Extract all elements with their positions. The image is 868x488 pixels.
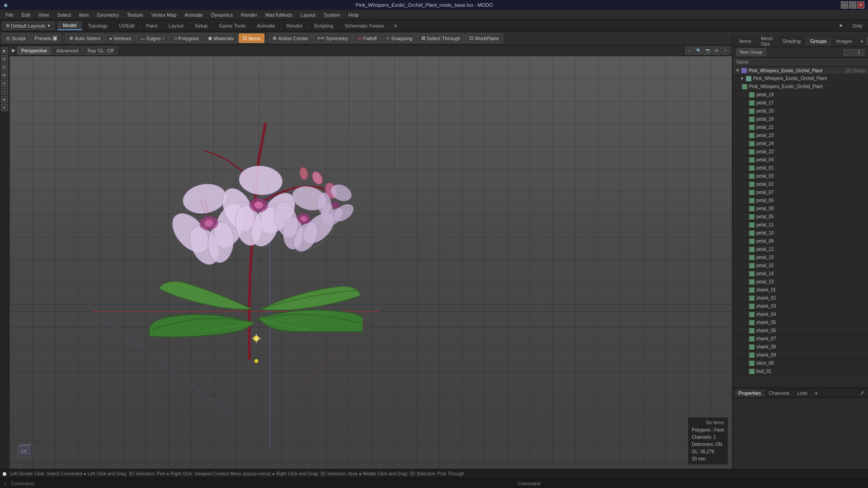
menu-vertexmap[interactable]: Vertex Map: [148, 11, 180, 19]
tree-item-petal_11[interactable]: petal_11: [733, 221, 868, 229]
layout-selector[interactable]: ⊞ Default Layouts ▼: [2, 22, 55, 30]
items-button[interactable]: ⊡ Items: [239, 33, 264, 43]
tree-item-petal_08[interactable]: petal_08: [733, 205, 868, 213]
tab-images[interactable]: Images: [831, 37, 857, 46]
tree-item-petal_21[interactable]: petal_21: [733, 123, 868, 131]
tab-schematic[interactable]: Schematic Fusion: [339, 22, 390, 30]
sidebar-tool-1[interactable]: ▶: [1, 47, 8, 54]
tree-item-petal_24[interactable]: petal_24: [733, 140, 868, 148]
falloff-button[interactable]: ◎ Falloff: [354, 33, 381, 43]
tree-item-petal_12[interactable]: petal_12: [733, 245, 868, 253]
tree-item-petal_01[interactable]: petal_01: [733, 164, 868, 172]
sculpt-button[interactable]: ◎ Sculpt: [2, 33, 30, 43]
tree-item-petal_03[interactable]: petal_03: [733, 172, 868, 180]
props-expand-icon[interactable]: ⤢: [859, 389, 866, 397]
tree-item-petal_02[interactable]: petal_02: [733, 180, 868, 188]
menu-edit[interactable]: Edit: [18, 11, 34, 19]
vp-cam-button[interactable]: 📷: [703, 47, 712, 55]
command-input[interactable]: [9, 480, 864, 487]
sidebar-tool-6[interactable]: ↕: [1, 88, 8, 95]
perspective-button[interactable]: Perspective: [17, 47, 51, 55]
tree-item-petal_18[interactable]: petal_18: [733, 115, 868, 123]
tab-shading[interactable]: Shading: [778, 37, 806, 46]
props-tab-channels[interactable]: Channels: [765, 389, 793, 397]
maximize-button[interactable]: □: [849, 1, 856, 9]
tree-item-stem_08[interactable]: stem_08: [733, 359, 868, 367]
tab-topology[interactable]: Topology: [82, 22, 113, 30]
tree-item-petal_15[interactable]: petal_15: [733, 262, 868, 270]
menu-geometry[interactable]: Geometry: [93, 11, 122, 19]
tab-paint[interactable]: Paint: [141, 22, 163, 30]
sidebar-tool-2[interactable]: ⊞: [1, 55, 8, 62]
tree-item-shank_05[interactable]: shank_05: [733, 319, 868, 327]
action-center-button[interactable]: ⊕ Action Center: [269, 33, 312, 43]
scene-info-toggle[interactable]: i: [858, 49, 864, 56]
tab-gametools[interactable]: Game Tools: [213, 22, 251, 30]
tree-item-shank_01[interactable]: shank_01: [733, 286, 868, 294]
raygl-button[interactable]: Ray GL: Off: [83, 47, 118, 55]
panel-expand-button[interactable]: ⤢: [867, 37, 868, 45]
tab-meshops[interactable]: Mesh Ops: [756, 34, 778, 48]
tree-item-shank_04[interactable]: shank_04: [733, 310, 868, 319]
tab-items[interactable]: Items: [735, 37, 756, 46]
cube-gizmo[interactable]: top: [16, 444, 34, 462]
menu-dynamics[interactable]: Dynamics: [208, 11, 236, 19]
props-tab-lists[interactable]: Lists: [794, 389, 812, 397]
tab-scripting[interactable]: Scripting: [308, 22, 339, 30]
sidebar-tool-5[interactable]: ◎: [1, 80, 8, 87]
sidebar-tool-8[interactable]: ✦: [1, 104, 8, 111]
vertices-button[interactable]: ● Vertices: [105, 34, 136, 43]
menu-select[interactable]: Select: [53, 11, 75, 19]
tree-item-petal_05[interactable]: petal_05: [733, 213, 868, 221]
menu-maxtomodo[interactable]: MaxToModo: [262, 11, 296, 19]
add-panel-tab-button[interactable]: +: [857, 36, 866, 47]
menu-help[interactable]: Help: [345, 11, 363, 19]
tree-item-shank_09[interactable]: shank_09: [733, 351, 868, 359]
tree-item-shank_06[interactable]: shank_06: [733, 327, 868, 335]
scene-view-toggle[interactable]: [844, 49, 850, 56]
only-label[interactable]: Only: [849, 22, 866, 30]
tree-item-petal_19[interactable]: petal_19: [733, 91, 868, 99]
menu-animate[interactable]: Animate: [181, 11, 206, 19]
snapping-button[interactable]: ⊹ Snapping: [382, 33, 416, 43]
tab-groups[interactable]: Groups: [806, 37, 831, 46]
tree-root-item[interactable]: ▼ Pink_Whispers_Exotic_Orchid_Plant (2) …: [733, 67, 868, 75]
tab-uvedit[interactable]: UVEdit: [113, 22, 140, 30]
vp-search-button[interactable]: 🔍: [694, 47, 703, 55]
sidebar-tool-4[interactable]: ⊠: [1, 71, 8, 79]
tree-item-shank_02[interactable]: shank_02: [733, 294, 868, 302]
props-tab-properties[interactable]: Properties: [735, 389, 765, 397]
tree-item-petal_10[interactable]: petal_10: [733, 229, 868, 237]
tab-layout[interactable]: Layout: [163, 22, 189, 30]
tree-item-shank_07[interactable]: shank_07: [733, 335, 868, 343]
tree-item-petal_23[interactable]: petal_23: [733, 131, 868, 140]
vp-settings-button[interactable]: ⚙: [712, 47, 721, 55]
vp-expand-button[interactable]: ⤢: [722, 47, 730, 55]
tree-item-subroot[interactable]: ▼ Pink_Whispers_Exotic_Orchid_Plant: [733, 75, 868, 83]
select-through-button[interactable]: ⊠ Select Through: [417, 33, 464, 43]
close-button[interactable]: ✕: [857, 1, 864, 9]
tree-item-petal_06[interactable]: petal_06: [733, 197, 868, 205]
polygons-button[interactable]: ◇ Polygons: [170, 33, 203, 43]
menu-item[interactable]: Item: [75, 11, 92, 19]
tab-render[interactable]: Render: [281, 22, 308, 30]
tab-model[interactable]: Model: [57, 21, 82, 30]
sidebar-tool-3[interactable]: ⊟: [1, 63, 8, 70]
add-tab-button[interactable]: +: [390, 21, 401, 31]
autoselect-button[interactable]: ⊕ Auto Select: [65, 33, 104, 43]
tab-animate[interactable]: Animate: [251, 22, 281, 30]
tab-setup[interactable]: Setup: [189, 22, 214, 30]
tree-item-petal_13[interactable]: petal_13: [733, 278, 868, 286]
menu-layout[interactable]: Layout: [297, 11, 319, 19]
presets-button[interactable]: Presets ■: [31, 34, 61, 43]
advanced-button[interactable]: Advanced: [52, 47, 82, 55]
edges-button[interactable]: — Edges 3: [136, 34, 168, 43]
sidebar-tool-7[interactable]: ⊕: [1, 96, 8, 103]
new-group-button[interactable]: New Group: [736, 48, 766, 56]
tree-item-petal_22[interactable]: petal_22: [733, 148, 868, 156]
tree-item-shank_03[interactable]: shank_03: [733, 302, 868, 310]
tree-item-petal_09[interactable]: petal_09: [733, 237, 868, 245]
tree-item-petal_14[interactable]: petal_14: [733, 270, 868, 278]
tree-item-petal_17[interactable]: petal_17: [733, 99, 868, 107]
menu-view[interactable]: View: [35, 11, 53, 19]
